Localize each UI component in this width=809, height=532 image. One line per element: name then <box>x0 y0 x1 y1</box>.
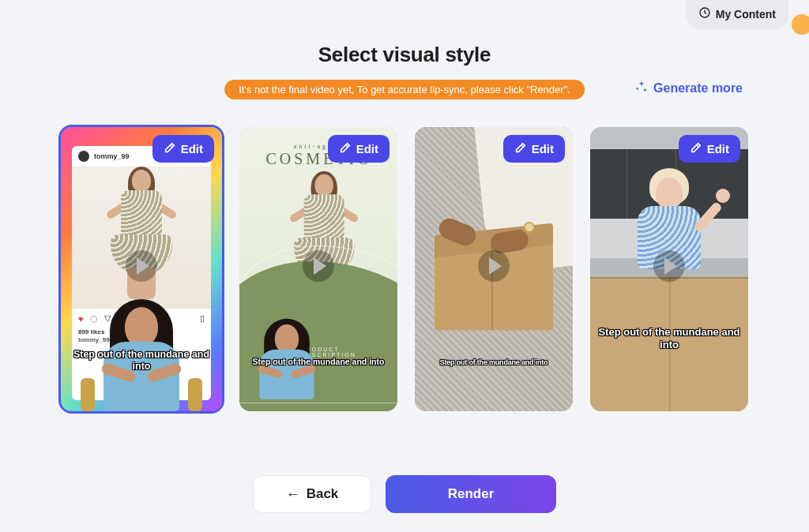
my-content-button[interactable]: My Content <box>686 0 788 29</box>
style-card-2[interactable]: anti-aging COSMETIC PRODUCT DESCRIPTION … <box>239 127 397 411</box>
post-username: tommy_99 <box>94 152 130 160</box>
edit-icon <box>514 141 527 156</box>
watch-icon <box>524 222 535 233</box>
play-icon <box>478 250 510 282</box>
notice-banner: It's not the final video yet, To get acc… <box>224 80 585 99</box>
play-icon <box>653 250 685 282</box>
avatar[interactable] <box>792 14 809 35</box>
avatar-icon <box>78 151 89 162</box>
edit-icon <box>339 141 352 156</box>
edit-button[interactable]: Edit <box>679 135 740 163</box>
edit-label: Edit <box>356 142 378 155</box>
edit-label: Edit <box>707 142 729 155</box>
style-card-1[interactable]: tommy_99 ♥ ◌ ▽ ▯ 899 likes tommy_99 <box>61 127 222 411</box>
render-button[interactable]: Render <box>386 475 556 513</box>
back-label: Back <box>307 486 339 502</box>
model-illustration <box>106 170 177 304</box>
edit-button[interactable]: Edit <box>503 135 565 163</box>
style-card-3[interactable]: Step out of the mundane and into Edit <box>415 127 573 411</box>
edit-label: Edit <box>181 142 203 155</box>
arrow-left-icon: ← <box>286 487 300 501</box>
sparkles-icon <box>634 80 649 97</box>
render-label: Render <box>448 486 495 502</box>
action-bar: ← Back Render <box>253 475 556 513</box>
back-button[interactable]: ← Back <box>253 475 371 513</box>
play-icon <box>126 250 157 282</box>
edit-button[interactable]: Edit <box>328 135 389 163</box>
page-title: Select visual style <box>0 43 809 67</box>
generate-more-label: Generate more <box>653 81 743 96</box>
my-content-label: My Content <box>716 8 776 21</box>
generate-more-button[interactable]: Generate more <box>634 80 743 97</box>
edit-button[interactable]: Edit <box>152 135 214 163</box>
style-card-4[interactable]: Step out of the mundane and into Edit <box>590 127 748 411</box>
edit-icon <box>164 141 176 156</box>
post-image <box>72 167 211 309</box>
style-cards-row: tommy_99 ♥ ◌ ▽ ▯ 899 likes tommy_99 <box>0 127 809 411</box>
video-caption: Step out of the mundane and into <box>590 326 748 352</box>
video-caption: Step out of the mundane and into <box>415 358 573 367</box>
clock-icon <box>698 6 711 21</box>
play-icon <box>303 250 334 282</box>
video-caption: Step out of the mundane and into <box>61 349 222 373</box>
video-caption: Step out of the mundane and into <box>239 357 397 367</box>
edit-icon <box>690 141 702 156</box>
edit-label: Edit <box>532 142 554 155</box>
